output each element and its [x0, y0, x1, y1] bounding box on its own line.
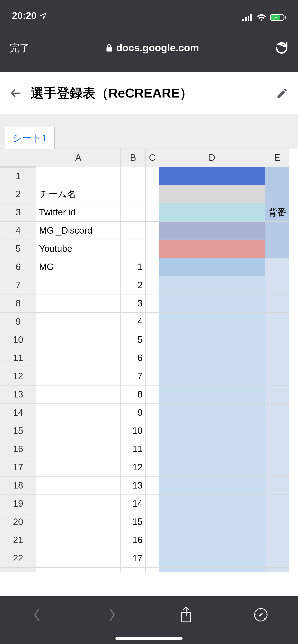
cell[interactable]	[265, 222, 289, 240]
row-header[interactable]: 1	[0, 167, 36, 185]
row-header[interactable]: 18	[0, 476, 36, 495]
cell[interactable]	[265, 367, 289, 386]
cell[interactable]	[36, 276, 121, 294]
cell[interactable]	[36, 458, 121, 476]
cell[interactable]: チーム名	[36, 185, 121, 204]
cell[interactable]: MG	[36, 258, 121, 276]
cell[interactable]	[159, 458, 265, 476]
cell[interactable]	[265, 386, 289, 404]
cell[interactable]	[265, 440, 289, 458]
cell[interactable]	[265, 404, 289, 422]
cell[interactable]: 17	[121, 549, 146, 568]
cell[interactable]	[146, 222, 159, 240]
row-header[interactable]: 22	[0, 549, 36, 568]
cell[interactable]	[36, 513, 121, 531]
cell[interactable]: 15	[121, 513, 146, 531]
cell[interactable]	[159, 422, 265, 440]
cell[interactable]	[265, 476, 289, 495]
cell[interactable]: 4	[121, 313, 146, 331]
cell[interactable]	[146, 422, 159, 440]
cell[interactable]	[265, 531, 289, 549]
cell[interactable]	[36, 386, 121, 404]
cell[interactable]	[265, 313, 289, 331]
cell[interactable]	[146, 367, 159, 386]
cell[interactable]	[159, 276, 265, 294]
cell[interactable]	[146, 240, 159, 258]
cell[interactable]: 2	[121, 276, 146, 294]
cell[interactable]: 7	[121, 367, 146, 386]
share-button[interactable]	[177, 605, 196, 624]
cell[interactable]	[146, 495, 159, 513]
cell[interactable]	[159, 513, 265, 531]
cell[interactable]	[146, 313, 159, 331]
cell[interactable]: 10	[121, 422, 146, 440]
row-header[interactable]: 2	[0, 185, 36, 204]
cell[interactable]	[265, 458, 289, 476]
cell[interactable]	[146, 185, 159, 204]
open-in-safari-button[interactable]	[251, 605, 270, 624]
cell[interactable]	[146, 294, 159, 313]
cell[interactable]: 背番	[265, 204, 289, 222]
cell[interactable]	[146, 513, 159, 531]
cell[interactable]	[159, 294, 265, 313]
cell[interactable]	[146, 204, 159, 222]
cell[interactable]	[36, 404, 121, 422]
cell[interactable]: 16	[121, 531, 146, 549]
cell[interactable]: 1	[121, 258, 146, 276]
cell[interactable]: 13	[121, 476, 146, 495]
cell[interactable]	[146, 386, 159, 404]
cell[interactable]	[146, 476, 159, 495]
cell[interactable]	[36, 422, 121, 440]
row-header[interactable]: 20	[0, 513, 36, 531]
row-header[interactable]: 11	[0, 349, 36, 367]
cell[interactable]	[159, 240, 265, 258]
cell[interactable]	[146, 440, 159, 458]
col-header-B[interactable]: B	[121, 149, 146, 167]
cell[interactable]	[146, 568, 159, 572]
sheet-tab-1[interactable]: シート1	[5, 127, 55, 149]
row-header[interactable]: 21	[0, 531, 36, 549]
cell[interactable]	[146, 331, 159, 349]
cell[interactable]: 11	[121, 440, 146, 458]
cell[interactable]	[36, 495, 121, 513]
cell[interactable]	[36, 531, 121, 549]
cell[interactable]	[159, 549, 265, 568]
cell[interactable]	[159, 568, 265, 572]
row-header[interactable]: 17	[0, 458, 36, 476]
cell[interactable]	[265, 294, 289, 313]
cell[interactable]	[159, 367, 265, 386]
cell[interactable]	[36, 367, 121, 386]
cell[interactable]	[159, 349, 265, 367]
col-header-D[interactable]: D	[159, 149, 265, 167]
cell[interactable]	[121, 222, 146, 240]
cell[interactable]	[146, 531, 159, 549]
cell[interactable]	[159, 313, 265, 331]
cell[interactable]	[36, 313, 121, 331]
cell[interactable]	[121, 167, 146, 185]
cell[interactable]	[159, 258, 265, 276]
col-header-E[interactable]: E	[265, 149, 289, 167]
cell[interactable]	[121, 240, 146, 258]
cell[interactable]	[159, 386, 265, 404]
cell[interactable]	[121, 204, 146, 222]
row-header[interactable]: 8	[0, 294, 36, 313]
row-header[interactable]: 15	[0, 422, 36, 440]
done-button[interactable]: 完了	[10, 41, 30, 54]
cell[interactable]	[265, 258, 289, 276]
cell[interactable]	[146, 349, 159, 367]
row-header[interactable]: 5	[0, 240, 36, 258]
cell[interactable]	[159, 204, 265, 222]
cell[interactable]	[121, 185, 146, 204]
cell[interactable]	[159, 476, 265, 495]
row-header[interactable]: 7	[0, 276, 36, 294]
cell[interactable]: 9	[121, 404, 146, 422]
row-header[interactable]: 19	[0, 495, 36, 513]
cell[interactable]: 5	[121, 331, 146, 349]
cell[interactable]: 6	[121, 349, 146, 367]
cell[interactable]	[36, 549, 121, 568]
cell[interactable]	[159, 185, 265, 204]
spreadsheet-grid[interactable]: A B C D E 12チーム名3Twitter id背番4MG _Discor…	[0, 148, 298, 572]
cell[interactable]: MG _Discord	[36, 222, 121, 240]
row-header[interactable]: 14	[0, 404, 36, 422]
cell[interactable]	[159, 167, 265, 185]
